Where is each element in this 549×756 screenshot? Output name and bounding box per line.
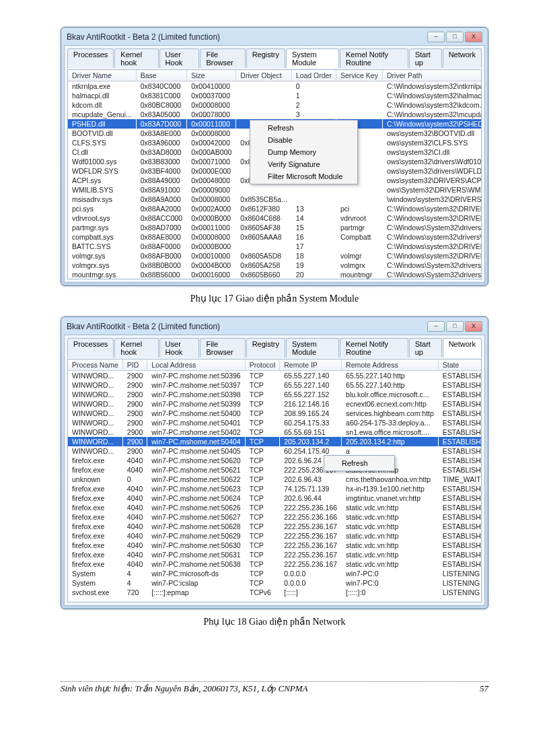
table-row[interactable]: firefox.exe4040win7-PC.mshome.net:50629T… xyxy=(68,531,482,541)
table-row[interactable]: volmgr.sys0x88AFB0000x000100000x8605A5D8… xyxy=(68,251,482,261)
menu-item-refresh[interactable]: Refresh xyxy=(252,122,356,134)
table-row[interactable]: WINWORD...2900win7-PC.mshome.net:50401TC… xyxy=(68,418,482,427)
network-table: Process NamePIDLocal AddressProtocolRemo… xyxy=(68,359,482,597)
table-row[interactable]: firefox.exe4040win7-PC.mshome.net:50638T… xyxy=(68,559,482,569)
caption-system-module: Phụ lục 17 Giao diện phần System Module xyxy=(61,293,488,304)
minimize-button[interactable]: – xyxy=(427,32,445,42)
menu-item-verify-signature[interactable]: Verify Signature xyxy=(252,158,356,170)
column-header[interactable]: Local Address xyxy=(147,359,246,371)
table-row[interactable]: WMILIB.SYS0x88A910000x00009000ows\System… xyxy=(68,185,482,195)
table-row[interactable]: svchost.exe720[:::::]:epmapTCPv6[:::::][… xyxy=(68,588,482,597)
window-network: Bkav AntiRootkit - Beta 2 (Limited funct… xyxy=(61,316,488,609)
table-row[interactable]: halmacpi.dll0x8381C0000x000370001C:\Wind… xyxy=(68,91,482,100)
table-row[interactable]: System4win7-PC:icslapTCP0.0.0.0win7-PC:0… xyxy=(68,578,482,588)
column-header[interactable]: Driver Name xyxy=(68,70,136,81)
column-header[interactable]: Protocol xyxy=(245,359,280,371)
table-row[interactable]: unknown0win7-PC.mshome.net:50622TCP202.6… xyxy=(68,475,482,484)
column-header[interactable]: Size xyxy=(187,70,236,81)
column-header[interactable]: Driver Object xyxy=(236,70,291,81)
column-header[interactable]: Process Name xyxy=(68,359,122,371)
table-row[interactable]: mcupdate_Genui...0x83A050000x000780003C:… xyxy=(68,110,482,119)
column-header[interactable]: PID xyxy=(122,359,147,371)
table-row[interactable]: System4win7-PC:microsoft-dsTCP0.0.0.0win… xyxy=(68,569,482,578)
menu-item-disable[interactable]: Disable xyxy=(252,134,356,146)
tab-kernel-hook[interactable]: Kernel hook xyxy=(114,48,158,68)
tab-user-hook[interactable]: User Hook xyxy=(159,338,200,357)
table-row[interactable]: msisadrv.sys0x88A9A0000x000080000x8535CB… xyxy=(68,195,482,204)
table-row[interactable]: vdrvroot.sys0x88ACC0000x0000B0000x8604C6… xyxy=(68,213,482,223)
window-title: Bkav AntiRootkit - Beta 2 (Limited funct… xyxy=(67,32,220,42)
maximize-button[interactable]: □ xyxy=(446,32,464,42)
column-header[interactable]: Driver Path xyxy=(382,70,482,81)
context-menu[interactable]: Refresh xyxy=(324,455,395,471)
tab-network[interactable]: Network xyxy=(443,48,482,68)
minimize-button[interactable]: – xyxy=(427,321,445,332)
table-row[interactable]: WINWORD...2900win7-PC.mshome.net:50399TC… xyxy=(68,399,482,409)
titlebar[interactable]: Bkav AntiRootkit - Beta 2 (Limited funct… xyxy=(64,30,485,45)
table-row[interactable]: compbatt.sys0x88AE80000x000080000x8605AA… xyxy=(68,232,482,242)
tab-processes[interactable]: Processes xyxy=(67,48,114,68)
tabs-row: ProcessesKernel hookUser HookFile Browse… xyxy=(67,48,482,68)
tab-start-up[interactable]: Start up xyxy=(409,338,442,357)
column-header[interactable]: Remote IP xyxy=(280,359,342,371)
table-row[interactable]: WINWORD...2900win7-PC.mshome.net:50397TC… xyxy=(68,380,482,390)
page-footer: Sinh viên thực hiện: Trần Nguyên Bản, 20… xyxy=(61,682,488,695)
column-header[interactable]: Service Key xyxy=(336,70,382,81)
footer-left: Sinh viên thực hiện: Trần Nguyên Bản, 20… xyxy=(61,683,308,694)
table-row[interactable]: WINWORD...2900win7-PC.mshome.net:50402TC… xyxy=(68,427,482,437)
table-row[interactable]: firefox.exe4040win7-PC.mshome.net:50620T… xyxy=(68,456,482,465)
tab-network[interactable]: Network xyxy=(443,338,482,357)
column-header[interactable]: Base xyxy=(136,70,186,81)
tab-file-browser[interactable]: File Browser xyxy=(200,338,245,357)
close-button[interactable]: X xyxy=(465,32,482,42)
table-row[interactable]: mountmgr.sys0x88B560000x000160000x8605B6… xyxy=(68,270,482,279)
table-row[interactable]: WINWORD...2900win7-PC.mshome.net:50398TC… xyxy=(68,390,482,399)
table-row[interactable]: WINWORD...2900win7-PC.mshome.net:50405TC… xyxy=(68,446,482,456)
table-row[interactable]: partmgr.sys0x88AD70000x000110000x8605AF3… xyxy=(68,223,482,232)
tab-user-hook[interactable]: User Hook xyxy=(159,48,200,68)
menu-item-dump-memory[interactable]: Dump Memory xyxy=(252,146,356,158)
table-row[interactable]: ntkrnlpa.exe0x8340C0000x004100000C:\Wind… xyxy=(68,81,482,92)
table-row[interactable]: volmgrx.sys0x88B0B0000x0004B0000x8605A25… xyxy=(68,261,482,270)
tab-registry[interactable]: Registry xyxy=(246,48,285,68)
footer-page-number: 57 xyxy=(480,683,488,694)
tab-processes[interactable]: Processes xyxy=(67,338,114,357)
table-row[interactable]: WINWORD...2900win7-PC.mshome.net:50400TC… xyxy=(68,409,482,418)
tab-start-up[interactable]: Start up xyxy=(409,48,442,68)
system-module-grid[interactable]: Driver NameBaseSizeDriver ObjectLoad Ord… xyxy=(67,69,482,279)
table-row[interactable]: firefox.exe4040win7-PC.mshome.net:50624T… xyxy=(68,493,482,503)
window-system-module: Bkav AntiRootkit - Beta 2 (Limited funct… xyxy=(61,27,488,286)
table-row[interactable]: firefox.exe4040win7-PC.mshome.net:50627T… xyxy=(68,512,482,522)
table-row[interactable]: firefox.exe4040win7-PC.mshome.net:50628T… xyxy=(68,522,482,531)
table-row[interactable]: firefox.exe4040win7-PC.mshome.net:50626T… xyxy=(68,503,482,512)
table-row[interactable]: BATTC.SYS0x88AF00000x0000B00017C:\Window… xyxy=(68,242,482,251)
tab-file-browser[interactable]: File Browser xyxy=(200,48,245,68)
column-header[interactable]: Load Order xyxy=(291,70,336,81)
titlebar[interactable]: Bkav AntiRootkit - Beta 2 (Limited funct… xyxy=(64,320,485,335)
table-row[interactable]: firefox.exe4040win7-PC.mshome.net:50631T… xyxy=(68,550,482,559)
tab-kernel-notify-routine[interactable]: Kernel Notify Routine xyxy=(340,48,408,68)
menu-item-filter-microsoft-module[interactable]: Filter Microsoft Module xyxy=(252,170,356,182)
table-row[interactable]: firefox.exe4040win7-PC.mshome.net:50630T… xyxy=(68,541,482,550)
tab-system-module[interactable]: System Module xyxy=(286,338,339,357)
tab-system-module[interactable]: System Module xyxy=(286,48,339,68)
table-row[interactable]: firefox.exe4040win7-PC.mshome.net:50623T… xyxy=(68,484,482,493)
context-menu[interactable]: RefreshDisableDump MemoryVerify Signatur… xyxy=(250,120,358,184)
table-row[interactable]: WINWORD...2900win7-PC.mshome.net:50396TC… xyxy=(68,371,482,381)
tab-kernel-hook[interactable]: Kernel hook xyxy=(114,338,158,357)
menu-item-refresh[interactable]: Refresh xyxy=(326,457,393,469)
table-row[interactable]: firefox.exe4040win7-PC.mshome.net:50621T… xyxy=(68,465,482,475)
maximize-button[interactable]: □ xyxy=(446,321,464,332)
column-header[interactable]: State xyxy=(438,359,482,371)
window-title: Bkav AntiRootkit - Beta 2 (Limited funct… xyxy=(67,322,220,331)
tab-registry[interactable]: Registry xyxy=(246,338,285,357)
network-grid[interactable]: Process NamePIDLocal AddressProtocolRemo… xyxy=(67,359,482,603)
table-row[interactable]: kdcom.dll0x80BC80000x000080002C:\Windows… xyxy=(68,100,482,110)
table-row[interactable]: WINWORD...2900win7-PC.mshome.net:50404TC… xyxy=(68,437,482,446)
tab-kernel-notify-routine[interactable]: Kernel Notify Routine xyxy=(340,338,408,357)
table-row[interactable]: pci.sys0x88AA20000x0002A0000x8612F38013p… xyxy=(68,204,482,213)
caption-network: Phụ lục 18 Giao diện phần Network xyxy=(61,616,488,627)
close-button[interactable]: X xyxy=(465,321,482,332)
column-header[interactable]: Remote Address xyxy=(342,359,439,371)
tabs-row: ProcessesKernel hookUser HookFile Browse… xyxy=(67,338,482,357)
